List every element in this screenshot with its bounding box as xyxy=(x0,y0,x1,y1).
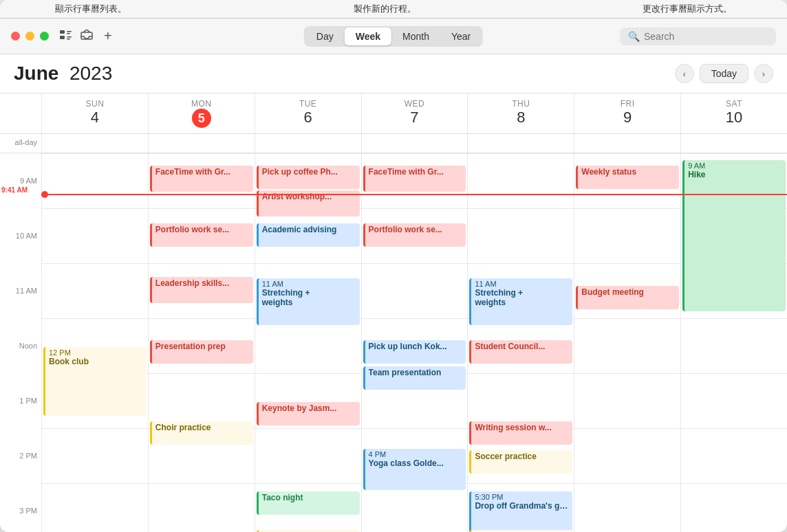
svg-rect-2 xyxy=(67,31,72,32)
search-input[interactable] xyxy=(644,31,768,42)
event-portfolio-wed[interactable]: Portfolio work se... xyxy=(363,223,466,247)
day-header-wed: Wed 7 xyxy=(361,93,468,133)
svg-rect-3 xyxy=(67,33,70,34)
time-noon: Noon xyxy=(19,342,37,350)
svg-rect-5 xyxy=(67,38,70,40)
event-budget-meeting[interactable]: Budget meeting xyxy=(576,286,679,309)
minimize-button[interactable] xyxy=(25,32,34,41)
event-portfolio-mon[interactable]: Portfolio work se... xyxy=(150,223,253,247)
event-writing-session[interactable]: Writing session w... xyxy=(469,421,572,445)
day-header-sun: Sun 4 xyxy=(41,93,148,133)
event-stretching-thu[interactable]: 11 AM Stretching + weights xyxy=(469,278,572,325)
annotation-new-event: 製作新的行程。 xyxy=(354,3,416,15)
search-bar[interactable]: 🔍 xyxy=(620,27,776,45)
calendar-title: June 2023 xyxy=(14,63,112,85)
calendar-month: June xyxy=(14,63,58,84)
time-3pm: 3 PM xyxy=(19,507,37,515)
event-leadership[interactable]: Leadership skills... xyxy=(150,277,253,303)
svg-rect-1 xyxy=(60,36,65,39)
allday-cell-wed xyxy=(361,134,468,153)
calendar-list-icon[interactable] xyxy=(60,30,72,43)
event-hike[interactable]: 9 AM Hike xyxy=(682,160,786,311)
day-header-thu: Thu 8 xyxy=(467,93,574,133)
view-day-button[interactable]: Day xyxy=(305,27,345,45)
event-weekly-status[interactable]: Weekly status xyxy=(576,166,679,189)
event-soccer[interactable]: Soccer practice xyxy=(469,450,572,474)
monday-badge: 5 xyxy=(192,109,211,128)
time-9am: 9 AM xyxy=(20,177,37,185)
event-student-council[interactable]: Student Council... xyxy=(469,340,572,364)
day-header-tue: Tue 6 xyxy=(255,93,361,133)
event-yoga[interactable]: 4 PM Yoga class Golde... xyxy=(363,449,466,490)
day-col-sun: 12 PM Book club xyxy=(41,153,148,532)
day-col-mon: FaceTime with Gr... Portfolio work se...… xyxy=(148,153,255,532)
fullscreen-button[interactable] xyxy=(40,32,49,41)
time-1pm: 1 PM xyxy=(19,397,37,405)
event-presentation-prep[interactable]: Presentation prep xyxy=(150,340,253,364)
titlebar: + Day Week Month Year 🔍 xyxy=(0,19,787,54)
allday-cell-sat xyxy=(680,134,787,153)
event-pickup-coffee[interactable]: Pick up coffee Ph... xyxy=(257,166,360,189)
allday-label: all-day xyxy=(0,134,41,153)
allday-cell-mon xyxy=(148,134,255,153)
nav-controls: ‹ Today › xyxy=(675,64,773,83)
prev-week-button[interactable]: ‹ xyxy=(675,64,694,83)
time-gutter-header xyxy=(0,93,41,133)
today-button[interactable]: Today xyxy=(700,64,748,83)
calendar-header: June 2023 ‹ Today › xyxy=(0,54,787,93)
view-week-button[interactable]: Week xyxy=(345,27,391,45)
event-academic-advising[interactable]: Academic advising xyxy=(257,223,360,247)
event-grandma-groceries[interactable]: 5:30 PM Drop off Grandma's groceries xyxy=(469,491,572,532)
event-artist-workshop[interactable]: Artist workshop... xyxy=(257,190,360,217)
day-headers: Sun 4 Mon 5 Tue 6 Wed 7 Thu 8 Fri 9 xyxy=(0,93,787,134)
event-team-presentation[interactable]: Team presentation xyxy=(363,366,466,390)
event-pickup-lunch[interactable]: Pick up lunch Kok... xyxy=(363,340,466,364)
toolbar-icons: + xyxy=(60,28,112,44)
event-book-club[interactable]: 12 PM Book club xyxy=(43,347,147,416)
time-column: 9 AM 10 AM 11 AM Noon 1 PM 2 PM 3 PM 4 P… xyxy=(0,153,41,532)
day-col-wed: FaceTime with Gr... Portfolio work se...… xyxy=(361,153,468,532)
event-choir[interactable]: Choir practice xyxy=(150,421,253,445)
day-col-fri: Weekly status Budget meeting xyxy=(574,153,680,532)
annotation-change-view: 更改行事曆顯示方式。 xyxy=(643,3,732,15)
allday-cell-thu xyxy=(467,134,574,153)
day-header-mon: Mon 5 xyxy=(148,93,255,133)
allday-cell-fri xyxy=(574,134,680,153)
svg-rect-4 xyxy=(67,36,72,38)
calendar-year: 2023 xyxy=(69,63,112,84)
allday-cell-sun xyxy=(41,134,148,153)
search-icon: 🔍 xyxy=(628,31,640,42)
event-stretching-tue[interactable]: 11 AM Stretching + weights xyxy=(257,278,360,325)
calendar-window: 顯示行事曆列表。 製作新的行程。 更改行事曆顯示方式。 + Day Week M… xyxy=(0,0,787,532)
inbox-icon[interactable] xyxy=(80,30,93,43)
days-columns: 12 PM Book club FaceTime with Gr... Port… xyxy=(41,153,787,532)
next-week-button[interactable]: › xyxy=(754,64,773,83)
day-col-thu: 11 AM Stretching + weights Student Counc… xyxy=(467,153,574,532)
time-11am: 11 AM xyxy=(16,287,37,295)
day-col-sat: 9 AM Hike xyxy=(680,153,787,532)
day-header-sat: Sat 10 xyxy=(680,93,787,133)
time-10am: 10 AM xyxy=(16,232,37,240)
allday-row: all-day xyxy=(0,134,787,153)
event-taco-night[interactable]: Taco night xyxy=(257,491,360,515)
view-year-button[interactable]: Year xyxy=(440,27,482,45)
day-col-tue: Pick up coffee Ph... Artist workshop... … xyxy=(255,153,361,532)
close-button[interactable] xyxy=(11,32,20,41)
time-grid: 9 AM 10 AM 11 AM Noon 1 PM 2 PM 3 PM 4 P… xyxy=(0,153,787,532)
event-keynote[interactable]: Keynote by Jasm... xyxy=(257,402,360,425)
annotation-show-list: 顯示行事曆列表。 xyxy=(55,3,127,15)
time-2pm: 2 PM xyxy=(19,452,37,460)
view-month-button[interactable]: Month xyxy=(391,27,440,45)
day-header-fri: Fri 9 xyxy=(574,93,680,133)
view-switcher: Day Week Month Year xyxy=(304,26,483,47)
event-facetime-mon[interactable]: FaceTime with Gr... xyxy=(150,166,253,192)
traffic-lights xyxy=(11,32,49,41)
add-event-button[interactable]: + xyxy=(104,28,112,44)
svg-rect-0 xyxy=(60,30,65,34)
allday-cell-tue xyxy=(255,134,361,153)
event-facetime-wed[interactable]: FaceTime with Gr... xyxy=(363,166,466,192)
